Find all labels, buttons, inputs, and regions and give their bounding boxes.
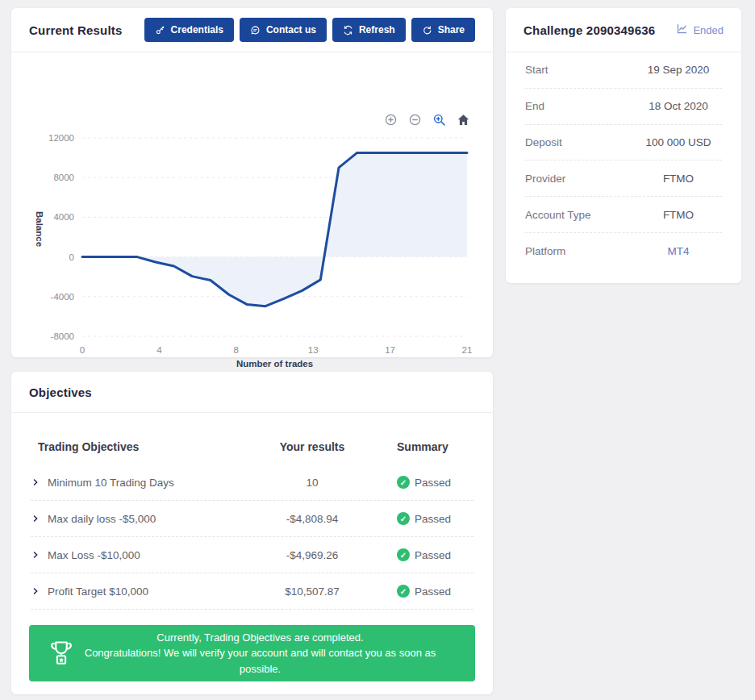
button-label: Contact us bbox=[266, 24, 316, 35]
challenge-row-start: Start19 Sep 2020 bbox=[525, 52, 722, 89]
button-label: Credentials bbox=[171, 24, 223, 35]
objective-row: Profit Target $10,000$10,507.87✓Passed bbox=[31, 573, 473, 610]
summary-label: Passed bbox=[415, 585, 451, 598]
refresh-button[interactable]: Refresh bbox=[332, 18, 406, 42]
column-header-your-results: Your results bbox=[256, 440, 369, 453]
x-tick-label: 17 bbox=[385, 345, 395, 355]
summary-label: Passed bbox=[415, 549, 451, 561]
objectives-title: Objectives bbox=[29, 385, 92, 399]
banner-line1: Currently, Trading Objectives are comple… bbox=[84, 630, 436, 646]
trophy-icon bbox=[47, 639, 76, 668]
contact-us-button[interactable]: Contact us bbox=[240, 18, 327, 42]
challenge-row-end: End18 Oct 2020 bbox=[525, 89, 722, 125]
objectives-rows: Minimum 10 Trading Days10✓PassedMax dail… bbox=[31, 465, 473, 610]
objectives-header: Objectives bbox=[11, 372, 493, 413]
challenge-status-badge[interactable]: Ended bbox=[676, 23, 724, 37]
chevron-right-icon bbox=[31, 586, 40, 596]
row-label: End bbox=[525, 100, 544, 112]
column-header-summary: Summary bbox=[397, 440, 473, 453]
key-icon bbox=[155, 25, 165, 35]
objective-result: 10 bbox=[256, 477, 369, 489]
objective-summary: ✓Passed bbox=[397, 512, 473, 525]
row-label: Deposit bbox=[525, 136, 562, 148]
y-tick-label: -4000 bbox=[51, 292, 74, 302]
y-tick-label: 8000 bbox=[53, 173, 74, 182]
y-tick-label: 12000 bbox=[48, 133, 74, 143]
objective-label: Max Loss -$10,000 bbox=[48, 549, 140, 561]
chart-icon bbox=[676, 23, 688, 37]
objective-row: Max Loss -$10,000-$4,969.26✓Passed bbox=[31, 537, 473, 573]
row-label: Account Type bbox=[525, 209, 591, 221]
balance-area-chart: 12000800040000-4000-8000048131721Number … bbox=[11, 89, 493, 371]
challenge-row-account-type: Account TypeFTMO bbox=[525, 197, 722, 233]
objective-label: Max daily loss -$5,000 bbox=[48, 513, 156, 525]
chevron-right-icon bbox=[31, 514, 40, 523]
balance-chart: 12000800040000-4000-8000048131721Number … bbox=[11, 52, 493, 351]
row-value: 100 000 USD bbox=[635, 136, 722, 148]
challenge-header: Challenge 2090349636 Ended bbox=[506, 8, 741, 52]
y-tick-label: -8000 bbox=[51, 331, 74, 341]
zoom-out-icon[interactable] bbox=[408, 113, 422, 130]
y-axis-title: Balance bbox=[35, 211, 44, 247]
summary-label: Passed bbox=[415, 513, 451, 525]
objectives-card: Objectives Trading ObjectivesYour result… bbox=[11, 372, 493, 694]
objective-summary: ✓Passed bbox=[397, 548, 473, 561]
row-value: FTMO bbox=[635, 209, 722, 221]
row-value: MT4 bbox=[635, 245, 722, 257]
objective-row: Max daily loss -$5,000-$4,808.94✓Passed bbox=[31, 501, 473, 537]
objective-summary: ✓Passed bbox=[397, 476, 473, 489]
challenge-status-label: Ended bbox=[693, 24, 724, 36]
objective-label: Profit Target $10,000 bbox=[48, 585, 148, 598]
row-label: Platform bbox=[525, 245, 565, 257]
x-tick-label: 21 bbox=[462, 345, 473, 355]
check-circle-icon: ✓ bbox=[397, 476, 410, 489]
x-axis-title: Number of trades bbox=[236, 359, 313, 369]
objective-expander[interactable]: Profit Target $10,000 bbox=[31, 585, 256, 598]
objectives-table: Trading ObjectivesYour resultsSummary Mi… bbox=[11, 429, 493, 610]
row-label: Start bbox=[525, 64, 549, 76]
objective-result: -$4,808.94 bbox=[256, 513, 369, 525]
current-results-card: Current Results CredentialsContact usRef… bbox=[11, 8, 493, 357]
check-circle-icon: ✓ bbox=[397, 548, 410, 561]
button-label: Share bbox=[438, 24, 465, 35]
objectives-column-headers: Trading ObjectivesYour resultsSummary bbox=[31, 429, 473, 465]
x-tick-label: 4 bbox=[156, 345, 162, 355]
banner-line2: Congratulations! We will verify your acc… bbox=[84, 645, 436, 677]
selection-zoom-icon[interactable] bbox=[432, 113, 446, 130]
credentials-button[interactable]: Credentials bbox=[144, 18, 234, 42]
row-value: FTMO bbox=[635, 173, 722, 185]
zoom-in-icon[interactable] bbox=[384, 113, 398, 130]
share-icon bbox=[422, 25, 432, 35]
chat-icon bbox=[250, 25, 261, 35]
chevron-right-icon bbox=[31, 477, 40, 487]
chevron-right-icon bbox=[31, 550, 40, 560]
challenge-card: Challenge 2090349636 Ended Start19 Sep 2… bbox=[506, 8, 741, 283]
objective-expander[interactable]: Max Loss -$10,000 bbox=[31, 549, 256, 561]
page: Current Results CredentialsContact usRef… bbox=[0, 0, 755, 700]
objectives-completed-banner: Currently, Trading Objectives are comple… bbox=[29, 625, 475, 681]
row-value: 19 Sep 2020 bbox=[635, 64, 722, 76]
challenge-details-list: Start19 Sep 2020End18 Oct 2020Deposit100… bbox=[506, 52, 741, 269]
button-label: Refresh bbox=[359, 24, 395, 35]
summary-label: Passed bbox=[415, 477, 451, 489]
refresh-icon bbox=[343, 25, 353, 35]
check-circle-icon: ✓ bbox=[397, 512, 410, 525]
check-circle-icon: ✓ bbox=[397, 585, 410, 598]
objective-expander[interactable]: Minimum 10 Trading Days bbox=[31, 477, 256, 489]
challenge-row-deposit: Deposit100 000 USD bbox=[525, 125, 722, 161]
objective-result: $10,507.87 bbox=[256, 585, 369, 598]
y-tick-label: 0 bbox=[69, 252, 74, 262]
column-header-trading-objectives: Trading Objectives bbox=[31, 440, 256, 453]
x-tick-label: 8 bbox=[234, 345, 239, 355]
chart-toolbar bbox=[384, 113, 470, 130]
objective-summary: ✓Passed bbox=[397, 585, 473, 598]
banner-text: Currently, Trading Objectives are comple… bbox=[84, 630, 461, 677]
share-button[interactable]: Share bbox=[411, 18, 475, 42]
home-icon[interactable] bbox=[457, 113, 470, 130]
y-tick-label: 4000 bbox=[53, 212, 74, 222]
objective-row: Minimum 10 Trading Days10✓Passed bbox=[31, 465, 473, 501]
results-action-buttons: CredentialsContact usRefreshShare bbox=[144, 18, 475, 42]
row-label: Provider bbox=[525, 173, 565, 185]
x-tick-label: 0 bbox=[80, 345, 85, 355]
objective-expander[interactable]: Max daily loss -$5,000 bbox=[31, 513, 256, 525]
